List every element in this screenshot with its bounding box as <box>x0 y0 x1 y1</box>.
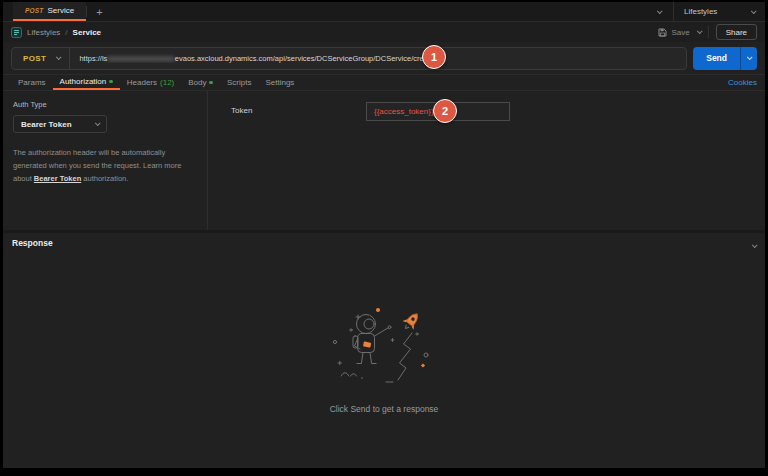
url-field: POST https://lsxxxxxxxxxxxxxxxxxxevaos.a… <box>11 47 687 70</box>
response-collapse-button[interactable] <box>752 234 756 252</box>
annotation-step-2: 2 <box>433 99 457 123</box>
breadcrumb-separator: / <box>65 28 67 37</box>
save-button[interactable]: Save <box>658 28 689 37</box>
url-bar-row: POST https://lsxxxxxxxxxxxxxxxxxxevaos.a… <box>3 42 765 75</box>
send-button[interactable]: Send <box>693 47 740 70</box>
chevron-down-icon <box>95 120 101 126</box>
tab-scripts[interactable]: Scripts <box>220 75 258 90</box>
url-input[interactable]: https://lsxxxxxxxxxxxxxxxxxxevaos.axclou… <box>70 54 434 63</box>
bearer-token-docs-link[interactable]: Bearer Token <box>34 174 81 183</box>
cookies-link[interactable]: Cookies <box>728 75 757 90</box>
tabbar-right-group: Lifestyles <box>645 2 765 21</box>
tab-headers-label: Headers <box>127 78 157 87</box>
astronaut-rocket-illustration <box>328 307 440 393</box>
auth-type-dropdown[interactable]: Bearer Token <box>13 115 107 133</box>
headers-count-badge: (12) <box>160 78 174 87</box>
tab-scripts-label: Scripts <box>227 78 251 87</box>
authorization-editor: Auth Type Bearer Token The authorization… <box>3 91 765 233</box>
tab-overflow-button[interactable] <box>645 2 673 21</box>
open-request-tab[interactable]: POST Service <box>13 2 86 21</box>
auth-type-value: Bearer Token <box>21 120 72 129</box>
auth-type-pane: Auth Type Bearer Token The authorization… <box>3 91 208 230</box>
send-options-button[interactable] <box>740 47 757 70</box>
tab-title-label: Service <box>48 6 75 15</box>
annotation-step-1: 1 <box>422 45 446 69</box>
auth-type-label: Auth Type <box>13 100 197 109</box>
url-end: evaos.axcloud.dynamics.com/api/services/… <box>175 54 434 63</box>
url-redacted-segment: xxxxxxxxxxxxxxxxxx <box>107 54 175 63</box>
response-header: Response <box>3 233 765 253</box>
collection-icon <box>11 27 22 38</box>
tab-params[interactable]: Params <box>11 75 53 90</box>
save-icon <box>658 28 667 37</box>
modified-dot <box>109 80 113 84</box>
url-start: https://ls <box>79 54 107 63</box>
response-empty-state: Click Send to get a response <box>3 253 765 468</box>
token-label: Token <box>231 102 366 115</box>
tab-body-label: Body <box>188 78 206 87</box>
tab-params-label: Params <box>18 78 46 87</box>
tab-authorization[interactable]: Authorization <box>53 75 120 90</box>
chevron-down-icon <box>657 8 663 14</box>
environment-selector[interactable]: Lifestyles <box>673 2 765 21</box>
tab-headers[interactable]: Headers (12) <box>120 75 181 90</box>
auth-value-pane: Token {{access_token}} <box>208 91 765 230</box>
auth-description: The authorization header will be automat… <box>13 146 197 185</box>
chevron-down-icon <box>56 54 62 60</box>
chevron-down-icon <box>751 8 757 14</box>
response-title: Response <box>12 238 53 248</box>
method-value: POST <box>23 54 46 63</box>
send-split-button: Send <box>693 47 757 70</box>
toolbar-divider <box>708 26 709 38</box>
breadcrumb-request-name[interactable]: Service <box>73 28 101 37</box>
environment-name: Lifestyles <box>684 7 745 16</box>
new-tab-button[interactable]: + <box>87 2 111 21</box>
empty-response-message: Click Send to get a response <box>330 404 439 414</box>
tab-authorization-label: Authorization <box>60 77 107 86</box>
tab-settings[interactable]: Settings <box>258 75 301 90</box>
toolbar-right-group: Save Share <box>658 22 757 42</box>
breadcrumb-toolbar: Lifestyles / Service Save Share <box>3 22 765 42</box>
request-tab-bar: POST Service + Lifestyles <box>3 2 765 22</box>
breadcrumb: Lifestyles / Service <box>11 27 101 38</box>
tab-settings-label: Settings <box>265 78 294 87</box>
tab-body[interactable]: Body <box>181 75 220 90</box>
postman-app-window: POST Service + Lifestyles Lifestyles / S… <box>3 2 765 468</box>
chevron-down-icon <box>752 242 758 248</box>
method-dropdown[interactable]: POST <box>12 54 69 63</box>
share-button[interactable]: Share <box>716 24 757 40</box>
breadcrumb-workspace[interactable]: Lifestyles <box>27 28 60 37</box>
save-label: Save <box>671 28 689 37</box>
save-options-chevron-icon[interactable] <box>697 28 703 34</box>
modified-dot <box>209 81 213 85</box>
chevron-down-icon <box>747 54 753 60</box>
tab-method-label: POST <box>25 7 44 14</box>
request-section-tabs: Params Authorization Headers (12) Body S… <box>3 75 765 91</box>
auth-description-text: authorization. <box>81 174 128 183</box>
